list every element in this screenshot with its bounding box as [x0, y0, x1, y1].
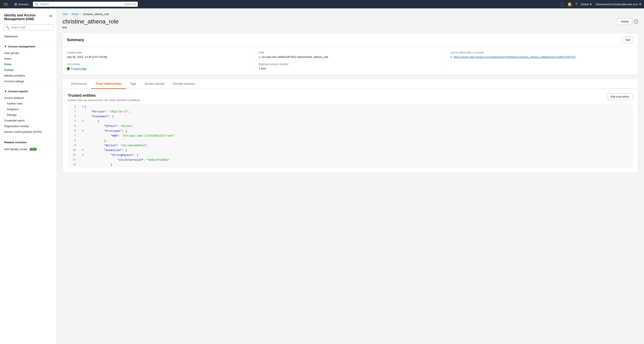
dashboard-label: Dashboard [4, 35, 18, 38]
main-content: IAM › Roles › christine_athena_role chri… [56, 9, 644, 344]
trusted-entities-section: Trusted entities Entities that can assum… [63, 89, 638, 173]
code-line-8: 8 }, [68, 138, 632, 143]
tab-revoke-sessions[interactable]: Revoke sessions [169, 79, 199, 89]
line-expand-7 [81, 134, 84, 134]
sidebar: Identity and Access Management (IAM) ✕ 🔍… [0, 9, 56, 344]
tab-trust-relationships[interactable]: Trust relationships [91, 79, 126, 89]
line-num-10: 10 [68, 148, 78, 152]
line-expand-11[interactable]: ▼ [81, 153, 84, 156]
sidebar-item-dashboard[interactable]: Dashboard [0, 34, 56, 39]
bell-icon[interactable]: 🔔 [567, 2, 572, 7]
sidebar-item-account-settings[interactable]: Account settings [0, 79, 56, 84]
code-line-9: 9 "Action": "sts:AssumeRole", [68, 143, 632, 148]
edit-trust-policy-button[interactable]: Edit trust policy [607, 93, 633, 100]
terminal-icon[interactable]: ⬚ [560, 2, 564, 7]
chevron-down-icon: ▼ [4, 90, 7, 93]
line-expand-10[interactable]: ▼ [81, 148, 84, 151]
summary-card: Summary Edit Creation date July 06, 2023… [62, 33, 638, 75]
nav-right: ⬚ 🔔 ? Global ▼ Administrator/christine@m… [560, 2, 642, 7]
tab-access-advisor[interactable]: Access Advisor [140, 79, 169, 89]
services-button[interactable]: ⊞ Services [12, 2, 30, 7]
sidebar-item-scps[interactable]: Service control policies (SCPs) [0, 129, 56, 135]
sidebar-search-input[interactable] [11, 26, 51, 29]
trusted-entities-header: Trusted entities Entities that can assum… [63, 89, 638, 104]
line-num-7: 7 [68, 134, 78, 138]
sidebar-item-identity-providers[interactable]: Identity providers [0, 73, 56, 79]
breadcrumb-current: christine_athena_role [83, 13, 109, 16]
sidebar-close-icon[interactable]: ✕ [49, 14, 52, 19]
breadcrumb-iam[interactable]: IAM [62, 13, 67, 16]
line-num-3: 3 [68, 115, 78, 118]
user-label: Administrator/christine@mode.com [596, 3, 638, 6]
line-expand-1[interactable]: ▼ [81, 105, 84, 108]
code-line-11: 11 ▼ "StringEquals": { [68, 153, 632, 158]
arn-value: ⧉arn:aws:iam::946813357631:role/christin… [259, 55, 442, 59]
last-activity-status: 6 hours ago [67, 67, 250, 70]
line-expand-12 [81, 158, 84, 159]
access-management-label: Access management [8, 45, 35, 48]
region-selector[interactable]: Global ▼ [581, 3, 592, 6]
last-activity-value[interactable]: 6 hours ago [71, 67, 86, 70]
sidebar-item-credential-report[interactable]: Credential report [0, 118, 56, 123]
sidebar-title: Identity and Access Management (IAM) ✕ [0, 12, 56, 24]
global-search-input[interactable] [40, 3, 123, 6]
code-line-4: 4 ▼ { [68, 119, 632, 124]
sidebar-item-user-groups[interactable]: User groups [0, 50, 56, 56]
max-session-value: 1 hour [259, 67, 442, 70]
sidebar-item-policies[interactable]: Policies [0, 67, 56, 73]
aws-logo[interactable] [2, 2, 10, 7]
trusted-entities-title: Trusted entities [68, 93, 141, 98]
copy-icon-2[interactable]: ⧉ [450, 56, 452, 59]
creation-date-value: July 06, 2023, 13:30 (UTC-04:00) [67, 55, 250, 59]
line-expand-6[interactable]: ▼ [81, 129, 84, 132]
search-shortcut: [Option+S] [125, 3, 136, 6]
line-expand-4[interactable]: ▼ [81, 119, 84, 123]
line-expand-8 [81, 139, 84, 139]
status-dot [67, 67, 70, 70]
access-management-toggle[interactable]: ▼ Access management [0, 43, 56, 50]
line-num-12: 12 [68, 158, 78, 162]
sidebar-item-archive-rules[interactable]: Archive rules [0, 101, 56, 106]
link-cell: Link to switch roles in console ⧉https:/… [446, 47, 638, 75]
edit-button[interactable]: Edit [622, 37, 634, 43]
sidebar-item-org-activity[interactable]: Organization activity [0, 123, 56, 129]
user-menu[interactable]: Administrator/christine@mode.com ▼ [596, 3, 642, 6]
sidebar-search-icon: 🔍 [6, 26, 9, 29]
switch-role-link[interactable]: https://signin.aws.amazon.com/switchrole… [454, 55, 576, 59]
info-icon[interactable]: i [634, 20, 638, 24]
tab-tags[interactable]: Tags [126, 79, 141, 89]
line-expand-9 [81, 143, 84, 144]
chevron-down-icon: ▼ [4, 45, 7, 48]
chevron-down-icon: ▼ [590, 3, 592, 6]
line-num-2: 2 [68, 110, 78, 114]
help-icon[interactable]: ? [575, 2, 577, 7]
chevron-down-icon: ▼ [639, 3, 642, 6]
tab-permissions[interactable]: Permissions [67, 79, 91, 89]
sidebar-item-analyzers[interactable]: Analyzers [0, 106, 56, 112]
line-num-9: 9 [68, 143, 78, 147]
sidebar-item-iam-identity-center[interactable]: IAM Identity Center NEW [0, 146, 56, 152]
tabs-container: Permissions Trust relationships Tags Acc… [63, 79, 638, 89]
code-line-13: 13 } [68, 162, 632, 167]
creation-date-label: Creation date [67, 51, 250, 54]
related-consoles-label: Related consoles [0, 138, 56, 146]
delete-button[interactable]: Delete [617, 18, 632, 25]
line-num-4: 4 [68, 119, 78, 123]
tabs-card: Permissions Trust relationships Tags Acc… [62, 79, 638, 173]
code-line-10: 10 ▼ "Condition": { [68, 148, 632, 153]
breadcrumb-roles[interactable]: Roles [72, 13, 78, 16]
search-icon: 🔍 [35, 3, 38, 6]
breadcrumb-sep-1: › [69, 13, 70, 16]
global-search-bar[interactable]: 🔍 [Option+S] [33, 2, 138, 7]
sidebar-search-container: 🔍 [0, 24, 56, 34]
sidebar-item-settings[interactable]: Settings [0, 112, 56, 118]
sidebar-item-access-analyzer[interactable]: Access analyzer [0, 95, 56, 101]
code-line-3: 3 "Statement": [ [68, 114, 632, 119]
code-line-1: 1 ▼ { [68, 105, 632, 109]
link-value: ⧉https://signin.aws.amazon.com/switchrol… [450, 55, 634, 59]
access-reports-toggle[interactable]: ▼ Access reports [0, 88, 56, 95]
code-line-6: 6 ▼ "Principal": { [68, 129, 632, 133]
copy-icon[interactable]: ⧉ [259, 56, 260, 59]
sidebar-item-users[interactable]: Users [0, 56, 56, 62]
sidebar-item-roles[interactable]: Roles [0, 62, 56, 67]
